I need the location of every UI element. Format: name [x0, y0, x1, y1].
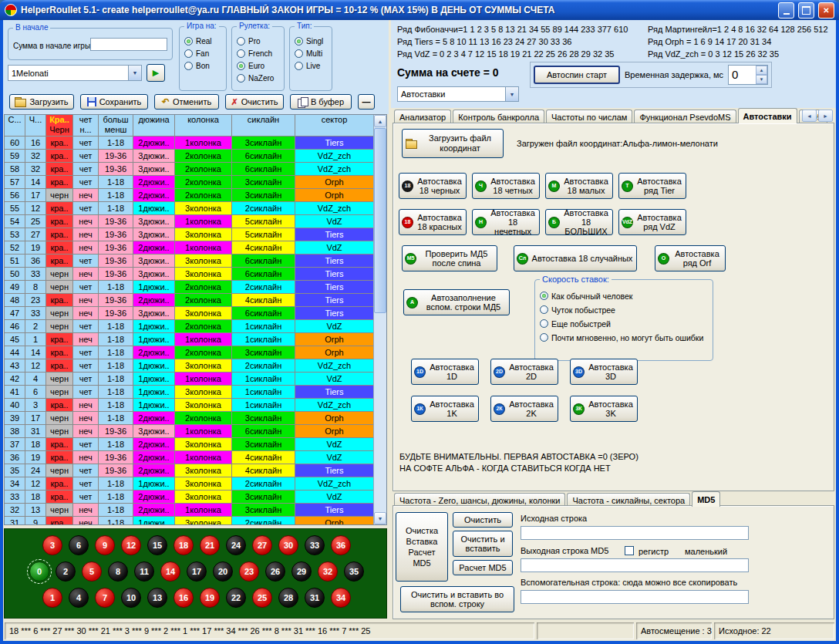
toolbar-button-В буфер[interactable]: В буфер	[290, 94, 352, 110]
bet-button[interactable]: 1DАвтоставка 1D	[411, 359, 479, 385]
roulette-number-12[interactable]: 12	[121, 535, 141, 555]
table-row[interactable]: 5327кра..неч19-363дюжи..3колонка5сиклайн…	[5, 228, 374, 241]
radio-option-Чуток побыстрее[interactable]: Чуток побыстрее	[540, 305, 713, 315]
bet-button[interactable]: 18Автоставка 18 красных	[399, 209, 467, 235]
radio-option-French[interactable]: French	[237, 49, 284, 59]
radio-option-Fan[interactable]: Fan	[184, 49, 226, 59]
table-row[interactable]: 3619кра..неч19-362дюжи..1колонка4сиклайн…	[5, 451, 374, 464]
radio-option-Pro[interactable]: Pro	[237, 36, 284, 46]
table-row[interactable]: 462чернчет1-181дюжи..2колонка1сиклайнVdZ	[5, 320, 374, 333]
play-button[interactable]	[147, 64, 165, 82]
roulette-number-35[interactable]: 35	[344, 561, 364, 582]
roulette-number-4[interactable]: 4	[69, 588, 89, 608]
radio-option-Почти мгновенно, но могут быть ошибки[interactable]: Почти мгновенно, но могут быть ошибки	[540, 332, 713, 342]
bet-button[interactable]: М5Проверить МД5 после спина	[402, 245, 497, 271]
bet-button[interactable]: БАвтоставка 18 БОЛЬШИХ	[545, 209, 613, 235]
clear-insert-helper-button[interactable]: Очистить и вставить во вспом. строку	[400, 586, 514, 612]
table-row[interactable]: 5219кра..неч19-362дюжи..1колонка4сиклайн…	[5, 241, 374, 255]
tab-scroll-right-icon[interactable]: ►	[818, 110, 833, 122]
md5-stack-button[interactable]: Очистка Вставка Расчет MD5	[396, 512, 448, 582]
register-checkbox[interactable]	[625, 546, 634, 555]
roulette-number-30[interactable]: 30	[278, 535, 298, 555]
tab-MD5[interactable]: MD5	[692, 491, 720, 507]
roulette-number-1[interactable]: 1	[42, 588, 62, 608]
roulette-number-28[interactable]: 28	[278, 588, 298, 608]
results-table[interactable]: С...Ч...Кра..Чернчетн...большменшдюжинак…	[4, 114, 387, 525]
tab-Автоставки[interactable]: Автоставки	[738, 108, 797, 123]
roulette-number-17[interactable]: 17	[187, 561, 207, 582]
bet-button[interactable]: ОАвтоставка ряд Orf	[655, 245, 726, 271]
delay-spinner[interactable]: 0 ▲▼	[728, 65, 768, 85]
chevron-down-icon[interactable]: ▼	[128, 66, 141, 80]
spin-up-icon[interactable]: ▲	[756, 66, 767, 75]
md5-clear-button[interactable]: Очистить	[453, 512, 513, 528]
bet-button[interactable]: НАвтоставка 18 нечетных	[472, 209, 540, 235]
roulette-number-13[interactable]: 13	[147, 588, 167, 608]
toolbar-button-Очистить[interactable]: Очистить	[225, 94, 284, 110]
roulette-number-21[interactable]: 21	[200, 535, 220, 555]
table-row[interactable]: 4414кра..чет1-182дюжи..2колонка3сиклайнO…	[5, 346, 374, 359]
scroll-down-icon[interactable]: ▼	[374, 512, 386, 524]
table-row[interactable]: 3917черннеч1-182дюжи..2колонка3сиклайнOr…	[5, 412, 374, 425]
bet-button[interactable]: 2DАвтоставка 2D	[490, 359, 558, 385]
md5-clear-paste-button[interactable]: Очистить и вставить	[453, 531, 513, 557]
bet-button[interactable]: 1КАвтоставка 1K	[411, 396, 479, 422]
start-sum-input[interactable]	[90, 38, 167, 51]
radio-option-Real[interactable]: Real	[184, 36, 226, 46]
roulette-number-27[interactable]: 27	[252, 535, 272, 555]
radio-option-Euro[interactable]: Euro	[237, 61, 284, 71]
roulette-number-25[interactable]: 25	[252, 588, 272, 608]
chevron-down-icon[interactable]: ▼	[505, 87, 518, 101]
roulette-number-22[interactable]: 22	[226, 588, 246, 608]
roulette-number-20[interactable]: 20	[213, 561, 233, 582]
radio-option-Multi[interactable]: Multi	[295, 49, 332, 59]
table-scrollbar[interactable]: ▲ ▼	[373, 115, 386, 524]
table-row[interactable]: 4312кра..чет1-181дюжи..3колонка2сиклайнV…	[5, 359, 374, 373]
roulette-number-32[interactable]: 32	[318, 561, 338, 582]
spin-down-icon[interactable]: ▼	[756, 75, 767, 84]
table-row[interactable]: 416чернчет1-181дюжи..3колонка1сиклайнTie…	[5, 386, 374, 399]
bet-button[interactable]: СлАвтоставка 18 случайных	[514, 245, 637, 271]
toolbar-button-Сохранить[interactable]: Сохранить	[80, 94, 148, 110]
roulette-number-29[interactable]: 29	[291, 561, 312, 582]
table-row[interactable]: 6016кра..чет1-182дюжи..1колонка3сиклайнT…	[5, 137, 374, 150]
roulette-number-34[interactable]: 34	[331, 588, 351, 608]
radio-option-NaZero[interactable]: NaZero	[237, 73, 284, 83]
table-row[interactable]: 4823кра..неч19-362дюжи..2колонка4сиклайн…	[5, 294, 374, 307]
table-row[interactable]: 451кра..неч1-181дюжи..1колонка1сиклайнOr…	[5, 333, 374, 346]
close-button[interactable]	[818, 2, 834, 19]
bet-button[interactable]: 3КАвтоставка 3K	[570, 396, 638, 422]
bet-button[interactable]: ААвтозаполнение вспом. строки МД5	[403, 289, 510, 315]
table-row[interactable]: 498чернчет1-181дюжи..2колонка2сиклайнTie…	[5, 281, 374, 294]
table-row[interactable]: 403кра..неч1-181дюжи..3колонка1сиклайнVd…	[5, 399, 374, 412]
tab-Анализатор[interactable]: Анализатор	[394, 110, 451, 123]
table-row[interactable]: 3524чернчет19-362дюжи..3колонка4сиклайнT…	[5, 464, 374, 477]
load-coordinates-button[interactable]: Загрузить файл координат	[402, 129, 504, 158]
roulette-number-5[interactable]: 5	[82, 561, 102, 582]
tab-Контроль банкролла[interactable]: Контроль банкролла	[453, 110, 544, 123]
scrollbar-thumb[interactable]	[374, 128, 386, 313]
roulette-number-0[interactable]: 0	[29, 561, 49, 582]
roulette-number-19[interactable]: 19	[200, 588, 220, 608]
roulette-number-33[interactable]: 33	[305, 535, 325, 555]
bet-button[interactable]: МАвтоставка 18 малых	[545, 173, 613, 199]
bet-button[interactable]: 2КАвтоставка 2K	[490, 396, 558, 422]
roulette-number-8[interactable]: 8	[108, 561, 128, 582]
table-row[interactable]: 5617черннеч1-182дюжи..2колонка3сиклайнOr…	[5, 189, 374, 202]
table-row[interactable]: 3831черннеч19-363дюжи..1колонка6сиклайнO…	[5, 425, 374, 438]
maximize-button[interactable]	[798, 2, 814, 19]
roulette-number-36[interactable]: 36	[331, 535, 351, 555]
tab-scroll-left-icon[interactable]: ◄	[802, 110, 817, 122]
table-row[interactable]: 5512кра..чет1-181дюжи..3колонка2сиклайнV…	[5, 202, 374, 215]
minimize-button[interactable]	[778, 2, 794, 19]
roulette-number-18[interactable]: 18	[174, 535, 194, 555]
roulette-number-9[interactable]: 9	[95, 535, 115, 555]
table-row[interactable]: 4733черннеч19-363дюжи..3колонка6сиклайнT…	[5, 307, 374, 320]
table-row[interactable]: 3213черннеч1-182дюжи..1колонка3сиклайнTi…	[5, 504, 374, 517]
radio-option-Singl[interactable]: Singl	[295, 36, 332, 46]
table-row[interactable]: 319кра..неч1-181дюжи..3колонка2сиклайнOr…	[5, 517, 374, 524]
tab-Функционал PsevdoMS[interactable]: Функционал PsevdoMS	[634, 110, 736, 123]
output-string-input[interactable]	[521, 558, 749, 572]
radio-option-Как обычный человек[interactable]: Как обычный человек	[540, 291, 713, 301]
table-row[interactable]: 5932кра..чет19-363дюжи..2колонка6сиклайн…	[5, 150, 374, 163]
